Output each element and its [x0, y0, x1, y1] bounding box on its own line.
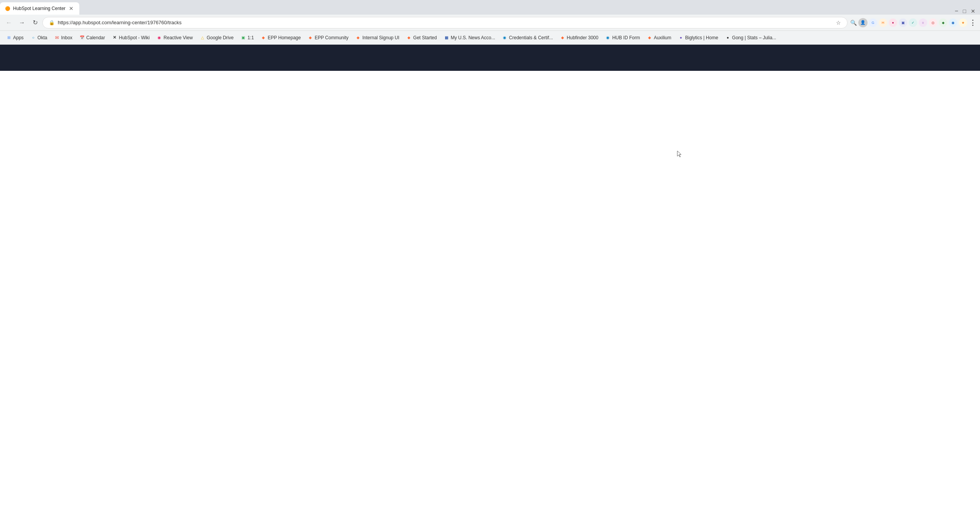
tab-favicon-active: 🟠 [5, 5, 11, 12]
reload-button[interactable]: ↻ [29, 17, 41, 28]
ext-icon-6[interactable]: ○ [919, 18, 927, 27]
bookmark-label-okta: Okta [37, 35, 47, 40]
address-bar[interactable]: 🔒 https://app.hubspot.com/learning-cente… [42, 17, 848, 28]
bookmark-favicon-us-news: ▦ [444, 35, 449, 40]
bookmark-favicon-epp-homepage: ◆ [261, 35, 266, 40]
bookmark-label-auxilium: Auxilium [654, 35, 671, 40]
bookmark-hubfinder[interactable]: ◆ Hubfinder 3000 [557, 33, 601, 43]
bookmark-gong-stats[interactable]: ● Gong | Stats – Julia... [722, 33, 779, 43]
bookmark-favicon-1-1: ▣ [241, 35, 246, 40]
bookmark-label-epp-community: EPP Community [315, 35, 348, 40]
forward-button[interactable]: → [16, 17, 28, 28]
search-icon[interactable]: 🔍 [849, 18, 858, 27]
bookmark-favicon-hubfinder: ◆ [560, 35, 565, 40]
tab-bar: 🟠 HubSpot Learning Center ✕ − □ ✕ [0, 0, 980, 15]
bookmark-favicon-calendar: 📅 [79, 35, 85, 40]
ext-icon-3[interactable]: ● [889, 18, 897, 27]
ext-icon-5[interactable]: ✓ [909, 18, 917, 27]
ext-icon-1[interactable]: G [869, 18, 877, 27]
bookmark-label-biglytics: Biglytics | Home [685, 35, 718, 40]
bookmark-label-credentials: Credentials & Certif... [509, 35, 553, 40]
lock-icon: 🔒 [49, 20, 55, 25]
bookmark-label-get-started: Get Started [413, 35, 437, 40]
bookmark-reactive-view[interactable]: ◉ Reactive View [154, 33, 196, 43]
bookmark-label-1-1: 1:1 [248, 35, 254, 40]
bookmark-favicon-inbox: ✉ [54, 35, 60, 40]
bookmark-biglytics[interactable]: ● Biglytics | Home [675, 33, 721, 43]
back-button[interactable]: ← [3, 17, 15, 28]
bookmark-favicon-biglytics: ● [678, 35, 683, 40]
bookmark-label-inbox: Inbox [61, 35, 72, 40]
bookmark-favicon-apps: ⊞ [6, 35, 12, 40]
bookmark-okta[interactable]: ○ Okta [27, 33, 50, 43]
bookmark-favicon-reactive-view: ◉ [157, 35, 162, 40]
bookmark-credentials[interactable]: ◉ Credentials & Certif... [499, 33, 556, 43]
profile-menu-icon[interactable]: 👤 [858, 18, 868, 27]
ext-icon-7[interactable]: ◎ [929, 18, 937, 27]
bookmark-favicon-auxilium: ◆ [647, 35, 652, 40]
navigation-bar: ← → ↻ 🔒 https://app.hubspot.com/learning… [0, 15, 980, 31]
bookmark-label-epp-homepage: EPP Homepage [268, 35, 301, 40]
bookmarks-bar: ⊞ Apps ○ Okta ✉ Inbox 📅 Calendar ✕ HubSp… [0, 31, 980, 45]
bookmark-favicon-okta: ○ [30, 35, 36, 40]
ext-icon-8[interactable]: ◆ [939, 18, 947, 27]
bookmark-favicon-epp-community: ◆ [308, 35, 313, 40]
url-text: https://app.hubspot.com/learning-center/… [58, 20, 833, 25]
bookmark-apps[interactable]: ⊞ Apps [3, 33, 27, 43]
bookmark-get-started[interactable]: ◆ Get Started [403, 33, 440, 43]
bookmark-hub-id-form[interactable]: ◉ HUB ID Form [602, 33, 643, 43]
bookmark-favicon-hubspot-wiki: ✕ [112, 35, 117, 40]
active-tab[interactable]: 🟠 HubSpot Learning Center ✕ [0, 2, 79, 15]
bookmark-label-hubspot-wiki: HubSpot - Wiki [119, 35, 150, 40]
bookmark-label-internal-signup: Internal Signup UI [362, 35, 399, 40]
ext-icon-4[interactable]: ▣ [899, 18, 907, 27]
bookmark-favicon-gong-stats: ● [725, 35, 730, 40]
bookmark-label-gong-stats: Gong | Stats – Julia... [732, 35, 776, 40]
bookmark-inbox[interactable]: ✉ Inbox [51, 33, 75, 43]
bookmark-label-hubfinder: Hubfinder 3000 [567, 35, 598, 40]
bookmark-label-us-news: My U.S. News Acco... [451, 35, 495, 40]
bookmark-internal-signup[interactable]: ◆ Internal Signup UI [352, 33, 402, 43]
bookmark-calendar[interactable]: 📅 Calendar [76, 33, 108, 43]
bookmark-label-calendar: Calendar [86, 35, 105, 40]
minimize-icon[interactable]: − [953, 8, 960, 15]
bookmark-favicon-credentials: ◉ [502, 35, 508, 40]
close-window-icon[interactable]: ✕ [969, 8, 977, 14]
bookmark-favicon-google-drive: △ [200, 35, 205, 40]
tab-close-button[interactable]: ✕ [68, 5, 75, 12]
bookmark-epp-homepage[interactable]: ◆ EPP Homepage [258, 33, 304, 43]
app-header [0, 45, 980, 71]
main-content [0, 71, 980, 510]
more-options-icon[interactable]: ⋮ [968, 18, 977, 27]
bookmark-label-google-drive: Google Drive [207, 35, 234, 40]
bookmark-favicon-hub-id-form: ◉ [605, 35, 611, 40]
tab-title-active: HubSpot Learning Center [13, 6, 65, 11]
star-icon[interactable]: ☆ [836, 20, 841, 26]
bookmark-google-drive[interactable]: △ Google Drive [197, 33, 237, 43]
ext-icon-10[interactable]: ★ [959, 18, 967, 27]
bookmark-us-news[interactable]: ▦ My U.S. News Acco... [441, 33, 498, 43]
nav-right-icons: 🔍 👤 G H ● ▣ ✓ ○ ◎ ◆ ◉ ★ ⋮ [849, 18, 977, 27]
bookmark-favicon-internal-signup: ◆ [355, 35, 361, 40]
bookmark-label-apps: Apps [13, 35, 23, 40]
bookmark-auxilium[interactable]: ◆ Auxilium [644, 33, 674, 43]
bookmark-1-1[interactable]: ▣ 1:1 [238, 33, 257, 43]
bookmark-label-hub-id-form: HUB ID Form [612, 35, 640, 40]
bookmark-label-reactive-view: Reactive View [164, 35, 193, 40]
bookmark-favicon-get-started: ◆ [406, 35, 412, 40]
ext-icon-2[interactable]: H [879, 18, 887, 27]
ext-icon-9[interactable]: ◉ [949, 18, 957, 27]
maximize-icon[interactable]: □ [962, 8, 968, 14]
bookmark-epp-community[interactable]: ◆ EPP Community [305, 33, 352, 43]
bookmark-hubspot-wiki[interactable]: ✕ HubSpot - Wiki [109, 33, 153, 43]
